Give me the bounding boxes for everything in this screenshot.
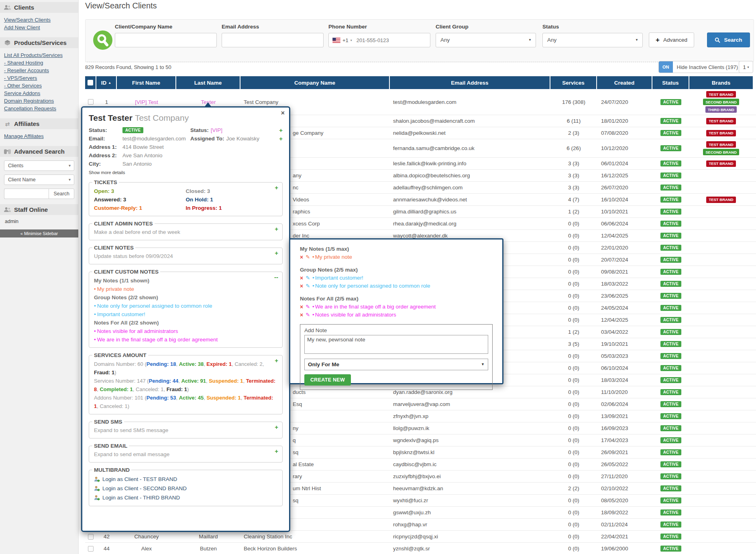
phone-number-input[interactable]: [355, 34, 430, 46]
col-company-name[interactable]: Company Name: [240, 76, 390, 89]
cell-services: 0 (0): [550, 437, 597, 443]
cell-services: 6 (26): [550, 145, 597, 151]
cell-brands: [689, 210, 753, 214]
delete-note-icon[interactable]: ×: [300, 303, 303, 311]
expand-icon[interactable]: +: [275, 225, 278, 232]
cell-email: leslie.fallick@kwik-printing.info: [390, 160, 550, 166]
advanced-search-field-select[interactable]: Client Name ▾: [4, 175, 74, 185]
section-title: Affiliates: [14, 120, 39, 127]
sidebar-link-list-all-products[interactable]: List All Products/Services: [4, 51, 74, 59]
email-address-input[interactable]: [222, 33, 324, 47]
col-email-address[interactable]: Email Address: [390, 76, 550, 89]
cell-last-name[interactable]: Butzen: [176, 546, 240, 552]
edit-note-icon[interactable]: ✎: [306, 274, 310, 282]
delete-note-icon[interactable]: ×: [300, 274, 303, 282]
delete-note-icon[interactable]: ×: [300, 311, 303, 319]
search-button[interactable]: Search: [707, 32, 750, 47]
cell-created: 10/10/2021: [597, 209, 652, 215]
country-code-dropdown[interactable]: +1 ▾: [329, 37, 355, 43]
add-icon[interactable]: +: [279, 134, 283, 143]
row-checkbox[interactable]: [88, 99, 94, 105]
sidebar-link-service-addons[interactable]: Service Addons: [4, 89, 74, 97]
cell-brands: [689, 475, 753, 479]
collapse-icon[interactable]: --: [274, 274, 278, 280]
advanced-button[interactable]: + Advanced: [649, 32, 694, 47]
edit-note-icon[interactable]: ✎: [306, 303, 310, 311]
sidebar-link-add-new-client[interactable]: Add New Client: [4, 24, 74, 31]
client-company-name-input[interactable]: [115, 33, 217, 47]
cell-id[interactable]: 44: [96, 546, 117, 552]
col-services[interactable]: Services: [550, 76, 597, 89]
status-badge: ACTIVE: [660, 99, 681, 105]
expand-icon[interactable]: +: [275, 184, 278, 191]
cell-first-name[interactable]: [VIP] Test: [117, 99, 176, 105]
advanced-search-category-select[interactable]: Clients ▾: [4, 160, 74, 171]
col-created[interactable]: Created: [597, 76, 652, 89]
advanced-search-input[interactable]: [4, 189, 49, 199]
cell-id[interactable]: 42: [96, 534, 117, 540]
cell-first-name[interactable]: Alex: [117, 546, 176, 552]
add-note-textarea[interactable]: My new, pewrsonal note: [304, 335, 488, 354]
create-new-button[interactable]: CREATE NEW: [304, 374, 351, 386]
cell-services: 6 (11): [550, 118, 597, 124]
cell-created: 18/03/2024: [597, 377, 652, 383]
note-visibility-select[interactable]: Only For Me ▼: [304, 359, 488, 370]
delete-note-icon[interactable]: ×: [300, 253, 303, 261]
select-all-checkbox[interactable]: [85, 76, 96, 89]
service-stat: Expired: 1: [206, 361, 232, 367]
expand-icon[interactable]: +: [275, 424, 278, 430]
cell-created: 24/05/2024: [597, 305, 652, 311]
client-group-select[interactable]: Any ▼: [436, 33, 536, 47]
row-checkbox[interactable]: [88, 534, 94, 540]
page-select[interactable]: 1 ▾: [739, 61, 753, 73]
edit-note-icon[interactable]: ✎: [306, 282, 310, 290]
col-status[interactable]: Status: [652, 76, 689, 89]
col-brands[interactable]: Brands: [689, 76, 753, 89]
hide-inactive-toggle[interactable]: ON Hide Inactive Clients (197): [658, 61, 742, 73]
close-icon[interactable]: ×: [281, 110, 285, 117]
cell-services: 0 (0): [550, 305, 597, 311]
sidebar-link-view-search-clients[interactable]: View/Search Clients: [4, 16, 74, 24]
status-badge: ACTIVE: [660, 377, 681, 383]
show-more-details-link[interactable]: Show more details: [89, 170, 283, 175]
add-icon[interactable]: +: [279, 126, 283, 134]
cell-brands: [689, 511, 753, 515]
chevron-down-icon: ▾: [748, 65, 749, 69]
sidebar-link-vps-servers[interactable]: - VPS/Servers: [4, 74, 74, 82]
cell-services: 0 (0): [550, 401, 597, 407]
expand-icon[interactable]: +: [275, 357, 278, 364]
edit-note-icon[interactable]: ✎: [306, 311, 310, 319]
status-select[interactable]: Any ▼: [542, 33, 643, 47]
advanced-search-button[interactable]: Search: [49, 189, 74, 199]
cell-id[interactable]: 1: [96, 99, 117, 105]
delete-note-icon[interactable]: ×: [300, 282, 303, 290]
expand-icon[interactable]: +: [275, 250, 278, 256]
sidebar-link-reseller-accounts[interactable]: - Reseller Accounts: [4, 67, 74, 74]
cell-created: 05/03/2023: [597, 353, 652, 359]
col-id[interactable]: ID▲: [96, 76, 117, 89]
cell-last-name[interactable]: Maillard: [176, 534, 240, 540]
sidebar-link-cancellation-requests[interactable]: Cancellation Requests: [4, 105, 74, 112]
login-as-client-link[interactable]: Login as Client - THIRD BRAND: [94, 493, 277, 502]
note-text: My private note: [312, 253, 352, 261]
cell-brands: [689, 330, 753, 334]
col-first-name[interactable]: First Name: [117, 76, 176, 89]
cell-status: ACTIVE: [652, 401, 689, 407]
sidebar-link-other-services[interactable]: - Other Services: [4, 82, 74, 89]
sidebar-link-manage-affiliates[interactable]: Manage Affiliates: [4, 132, 74, 140]
cell-brands: [689, 366, 753, 370]
cell-first-name[interactable]: Chauncey: [117, 534, 176, 540]
expand-icon[interactable]: +: [275, 448, 278, 455]
cell-services: 0 (0): [550, 293, 597, 299]
cell-brands: [689, 318, 753, 322]
sidebar-link-domain-registrations[interactable]: Domain Registrations: [4, 97, 74, 105]
login-as-client-link[interactable]: Login as Client - SECOND BRAND: [94, 484, 277, 493]
edit-note-icon[interactable]: ✎: [306, 253, 310, 261]
toggle-on-chip[interactable]: ON: [659, 61, 673, 73]
col-last-name[interactable]: Last Name: [176, 76, 240, 89]
login-as-client-link[interactable]: Login as Client - TEST BRAND: [94, 475, 277, 484]
minimise-sidebar-button[interactable]: « Minimise Sidebar: [0, 229, 78, 237]
cell-status: ACTIVE: [652, 425, 689, 431]
row-checkbox[interactable]: [88, 546, 94, 552]
sidebar-link-shared-hosting[interactable]: - Shared Hosting: [4, 59, 74, 67]
